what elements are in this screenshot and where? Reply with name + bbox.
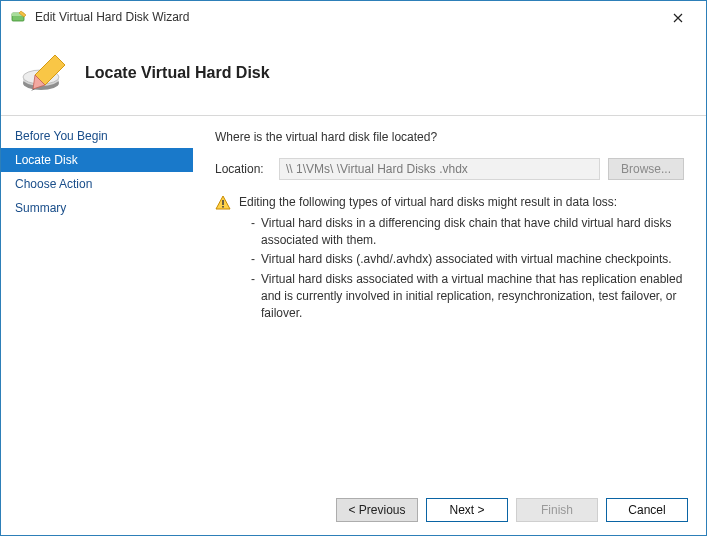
sidebar-item-label: Summary <box>15 201 66 215</box>
cancel-button-label: Cancel <box>628 503 665 517</box>
cancel-button[interactable]: Cancel <box>606 498 688 522</box>
previous-button[interactable]: < Previous <box>336 498 418 522</box>
close-button[interactable] <box>658 3 698 31</box>
wizard-header: Locate Virtual Hard Disk <box>1 33 706 116</box>
sidebar-item-locate-disk[interactable]: Locate Disk <box>1 148 193 172</box>
app-icon <box>11 9 27 25</box>
wizard-steps-sidebar: Before You Begin Locate Disk Choose Acti… <box>1 116 193 488</box>
sidebar-item-label: Locate Disk <box>15 153 78 167</box>
titlebar: Edit Virtual Hard Disk Wizard <box>1 1 706 33</box>
warning-bullets: Virtual hard disks in a differencing dis… <box>239 215 684 322</box>
previous-button-label: < Previous <box>348 503 405 517</box>
sidebar-item-label: Before You Begin <box>15 129 108 143</box>
browse-button-label: Browse... <box>621 162 671 176</box>
location-value: \\ 1\VMs\ \Virtual Hard Disks .vhdx <box>286 162 468 176</box>
warning-bullet: Virtual hard disks (.avhd/.avhdx) associ… <box>251 251 684 268</box>
svg-rect-6 <box>222 206 224 208</box>
svg-rect-5 <box>222 200 224 205</box>
warning-body: Editing the following types of virtual h… <box>239 194 684 325</box>
location-label: Location: <box>215 162 271 176</box>
wizard-header-icon <box>21 49 69 97</box>
warning-bullet: Virtual hard disks in a differencing dis… <box>251 215 684 249</box>
warning-heading: Editing the following types of virtual h… <box>239 194 684 211</box>
browse-button[interactable]: Browse... <box>608 158 684 180</box>
warning-icon <box>215 195 231 211</box>
finish-button: Finish <box>516 498 598 522</box>
sidebar-item-label: Choose Action <box>15 177 92 191</box>
warning-block: Editing the following types of virtual h… <box>215 194 684 325</box>
location-input[interactable]: \\ 1\VMs\ \Virtual Hard Disks .vhdx <box>279 158 600 180</box>
warning-bullet: Virtual hard disks associated with a vir… <box>251 271 684 321</box>
sidebar-item-choose-action[interactable]: Choose Action <box>1 172 193 196</box>
location-row: Location: \\ 1\VMs\ \Virtual Hard Disks … <box>215 158 684 180</box>
wizard-step-title: Locate Virtual Hard Disk <box>85 64 270 82</box>
finish-button-label: Finish <box>541 503 573 517</box>
prompt-text: Where is the virtual hard disk file loca… <box>215 130 684 144</box>
next-button-label: Next > <box>449 503 484 517</box>
wizard-footer: < Previous Next > Finish Cancel <box>1 488 706 532</box>
close-icon <box>673 9 683 26</box>
sidebar-item-summary[interactable]: Summary <box>1 196 193 220</box>
wizard-content: Where is the virtual hard disk file loca… <box>193 116 706 488</box>
next-button[interactable]: Next > <box>426 498 508 522</box>
sidebar-item-before-you-begin[interactable]: Before You Begin <box>1 124 193 148</box>
window-title: Edit Virtual Hard Disk Wizard <box>35 10 658 24</box>
wizard-body: Before You Begin Locate Disk Choose Acti… <box>1 116 706 488</box>
